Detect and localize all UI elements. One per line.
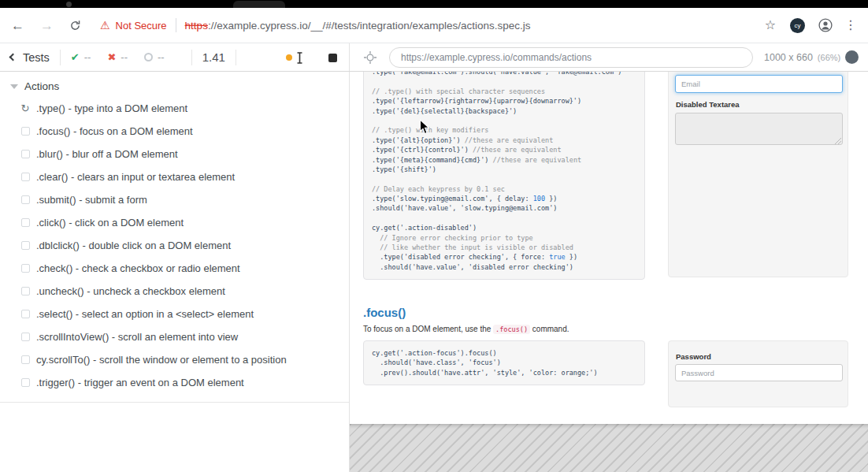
test-title: .blur() - blur off a DOM element [36, 148, 178, 160]
warning-icon: ⚠ [100, 20, 110, 31]
test-title: .focus() - focus on a DOM element [36, 125, 193, 137]
circle-button[interactable] [845, 50, 859, 64]
test-title: cy.scrollTo() - scroll the window or ele… [36, 354, 287, 366]
runner-background [350, 424, 868, 472]
forward-icon[interactable]: → [40, 19, 54, 32]
reporter-header: Tests ✔ -- ✖ -- -- 1.41 [0, 43, 350, 71]
test-row[interactable]: cy.scrollTo() - scroll the window or ele… [0, 348, 349, 371]
viewport-size[interactable]: 1000 x 660 [764, 52, 813, 63]
passed-stat: ✔ -- [71, 51, 91, 63]
divider [191, 50, 192, 65]
divider [236, 50, 236, 65]
pending-test-icon [20, 173, 31, 181]
test-title: .uncheck() - uncheck a checkbox element [36, 285, 225, 297]
test-title: .scrollIntoView() - scroll an element in… [36, 331, 238, 343]
email-input[interactable] [675, 75, 843, 93]
focus-description-text: To focus on a DOM element, use the [363, 325, 493, 333]
browser-tab-strip [0, 0, 868, 8]
pending-test-icon [20, 333, 31, 341]
text-cursor-icon [296, 52, 303, 67]
type-code-block: .type('fake@email.com').should('have.val… [363, 72, 645, 280]
runner-header: Tests ✔ -- ✖ -- -- 1.41 https://example.… [0, 43, 868, 72]
pending-test-icon [20, 287, 31, 295]
duration-value: 1.41 [202, 50, 225, 64]
pending-test-icon [20, 378, 31, 387]
pending-test-icon [20, 241, 31, 250]
suite-header[interactable]: Actions [0, 72, 349, 97]
pending-test-icon [20, 264, 31, 273]
profile-icon[interactable] [818, 17, 833, 33]
test-title: .trigger() - trigger an event on a DOM e… [36, 377, 244, 388]
stop-button[interactable] [328, 54, 337, 62]
kebab-menu-icon[interactable]: ⋮ [844, 19, 857, 32]
suite-title: Actions [24, 80, 59, 92]
selector-playground-icon[interactable] [364, 51, 377, 64]
password-input[interactable] [675, 364, 843, 381]
pending-test-icon [20, 195, 31, 204]
test-row[interactable]: .uncheck() - uncheck a checkbox element [0, 280, 349, 303]
test-row[interactable]: .select() - select an option in a <selec… [0, 303, 349, 325]
email-form-panel: Disabled Textarea [668, 72, 848, 277]
back-icon[interactable]: ← [11, 19, 24, 32]
chevron-left-icon[interactable] [9, 54, 17, 61]
disabled-textarea[interactable] [675, 113, 843, 145]
resize-handle-icon [835, 138, 841, 144]
test-row[interactable]: .focus() - focus on a DOM element [0, 120, 349, 143]
running-spinner-icon: ↻ [20, 102, 31, 114]
pending-test-icon [20, 127, 31, 136]
pending-count: -- [158, 51, 165, 63]
test-row[interactable]: .clear() - clears an input or textarea e… [0, 165, 349, 188]
not-secure-label[interactable]: Not Secure [116, 20, 167, 32]
tab-favicon-icon [66, 2, 72, 7]
disabled-textarea-label: Disabled Textarea [676, 100, 740, 109]
test-title: .check() - check a checkbox or radio ele… [36, 262, 240, 274]
focus-section-heading[interactable]: .focus() [363, 306, 406, 319]
test-row[interactable]: .trigger() - trigger an event on a DOM e… [0, 371, 349, 394]
test-row[interactable]: .check() - check a checkbox or radio ele… [0, 257, 349, 280]
test-title: .type() - type into a DOM element [36, 102, 187, 114]
failed-count: -- [121, 51, 128, 63]
focus-description-text: command. [530, 325, 569, 333]
back-to-tests-button[interactable]: Tests [23, 51, 50, 64]
focus-code-block: cy.get('.action-focus').focus() .should(… [363, 340, 645, 385]
test-list: ↻.type() - type into a DOM element.focus… [0, 97, 349, 394]
aut-url-bar[interactable]: https://example.cypress.io/commands/acti… [389, 47, 753, 68]
browser-toolbar: ← → ⚠ Not Secure https://example.cypress… [0, 8, 868, 43]
test-row[interactable]: .blur() - blur off a DOM element [0, 143, 349, 165]
test-row[interactable]: .scrollIntoView() - scroll an element in… [0, 325, 349, 348]
test-title: .dblclick() - double click on a DOM elem… [36, 240, 231, 251]
failed-stat: ✖ -- [107, 51, 128, 63]
test-title: .submit() - submit a form [36, 194, 147, 206]
pending-test-icon [20, 310, 31, 318]
test-title: .select() - select an option in a <selec… [36, 308, 254, 320]
test-row[interactable]: .dblclick() - double click on a DOM elem… [0, 234, 349, 257]
caret-down-icon [10, 84, 18, 89]
test-row[interactable]: .submit() - submit a form [0, 188, 349, 211]
inline-code: .focus() [493, 325, 530, 334]
url-path: ://example.cypress.io/__/#/tests/integra… [208, 20, 531, 32]
extension-badge-label: cy [795, 22, 801, 29]
mouse-cursor-icon [419, 119, 430, 135]
bookmark-star-icon[interactable]: ☆ [765, 19, 776, 32]
cypress-extension-icon[interactable]: cy [790, 18, 805, 33]
passed-count: -- [84, 51, 91, 63]
divider [176, 18, 176, 32]
browser-tab[interactable] [233, 1, 285, 8]
password-form-panel: Password [668, 340, 848, 407]
pending-test-icon [20, 355, 31, 364]
password-label: Password [676, 352, 711, 361]
check-icon: ✔ [71, 52, 80, 62]
address-bar[interactable]: https://example.cypress.io/__/#/tests/in… [185, 20, 531, 32]
viewport-scale[interactable]: (66%) [818, 53, 840, 62]
test-row[interactable]: .click() - click on a DOM element [0, 211, 349, 234]
recording-dot-icon [286, 54, 292, 61]
divider [0, 402, 349, 403]
focus-description: To focus on a DOM element, use the .focu… [363, 325, 569, 333]
test-row[interactable]: ↻.type() - type into a DOM element [0, 97, 349, 120]
pending-test-icon [20, 150, 31, 158]
pending-test-icon [20, 218, 31, 227]
x-icon: ✖ [107, 52, 116, 62]
test-title: .click() - click on a DOM element [36, 217, 184, 229]
reload-icon[interactable] [69, 20, 81, 32]
divider [60, 50, 61, 65]
